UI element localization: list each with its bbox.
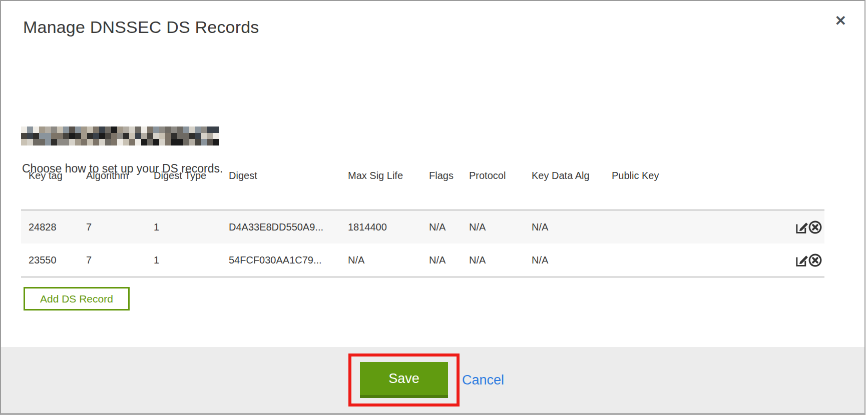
cell-digest: D4A33E8DD550A9... bbox=[221, 210, 340, 244]
col-header-key-data-alg: Key Data Alg bbox=[524, 168, 604, 210]
col-header-digest-type: Digest Type bbox=[146, 168, 221, 210]
cell-digest: 54FCF030AA1C79... bbox=[221, 244, 340, 277]
edit-icon bbox=[794, 228, 809, 236]
delete-icon bbox=[808, 228, 822, 236]
cell-digest-type: 1 bbox=[146, 244, 221, 277]
cell-digest-type: 1 bbox=[146, 210, 221, 244]
close-icon[interactable]: ✕ bbox=[834, 13, 847, 29]
page-title: Manage DNSSEC DS Records bbox=[23, 18, 259, 37]
cell-key-tag: 23550 bbox=[21, 244, 79, 277]
delete-icon bbox=[808, 262, 822, 269]
edit-icon bbox=[794, 262, 809, 269]
col-header-digest: Digest bbox=[221, 168, 340, 210]
col-header-algorithm: Algorithm bbox=[79, 168, 146, 210]
cell-max-sig-life: N/A bbox=[340, 244, 421, 277]
save-button[interactable]: Save bbox=[360, 362, 448, 398]
cell-algorithm: 7 bbox=[79, 210, 146, 244]
col-header-max-sig-life: Max Sig Life bbox=[340, 168, 421, 210]
cell-public-key bbox=[604, 210, 719, 244]
edit-record-button[interactable] bbox=[794, 220, 809, 234]
domain-name-redacted bbox=[21, 126, 219, 146]
cell-key-data-alg: N/A bbox=[524, 244, 604, 277]
ds-records-table: Key tag Algorithm Digest Type Digest Max… bbox=[21, 168, 824, 278]
table-row: 23550 7 1 54FCF030AA1C79... N/A N/A N/A … bbox=[21, 244, 824, 277]
delete-record-button[interactable] bbox=[808, 220, 822, 234]
edit-record-button[interactable] bbox=[794, 253, 809, 268]
modal-footer: Save Cancel bbox=[1, 347, 864, 413]
table-header-row: Key tag Algorithm Digest Type Digest Max… bbox=[21, 168, 824, 210]
col-header-flags: Flags bbox=[421, 168, 462, 210]
cell-key-tag: 24828 bbox=[21, 210, 79, 244]
delete-record-button[interactable] bbox=[808, 253, 822, 268]
save-highlight-annotation: Save bbox=[348, 354, 460, 406]
cell-flags: N/A bbox=[421, 244, 462, 277]
cell-key-data-alg: N/A bbox=[524, 210, 604, 244]
table-row: 24828 7 1 D4A33E8DD550A9... 1814400 N/A … bbox=[21, 210, 824, 244]
cell-actions bbox=[719, 210, 824, 244]
dnssec-ds-records-modal: Manage DNSSEC DS Records ✕ Choose how to… bbox=[0, 0, 865, 415]
cell-public-key bbox=[604, 244, 719, 277]
add-ds-record-button[interactable]: Add DS Record bbox=[24, 287, 130, 310]
cell-flags: N/A bbox=[421, 210, 462, 244]
col-header-key-tag: Key tag bbox=[21, 168, 79, 210]
col-header-protocol: Protocol bbox=[462, 168, 524, 210]
cell-actions bbox=[719, 244, 824, 277]
cell-protocol: N/A bbox=[462, 210, 524, 244]
col-header-actions bbox=[719, 168, 824, 210]
cancel-link[interactable]: Cancel bbox=[462, 372, 504, 388]
cell-algorithm: 7 bbox=[79, 244, 146, 277]
col-header-public-key: Public Key bbox=[604, 168, 719, 210]
cell-max-sig-life: 1814400 bbox=[340, 210, 421, 244]
cell-protocol: N/A bbox=[462, 244, 524, 277]
